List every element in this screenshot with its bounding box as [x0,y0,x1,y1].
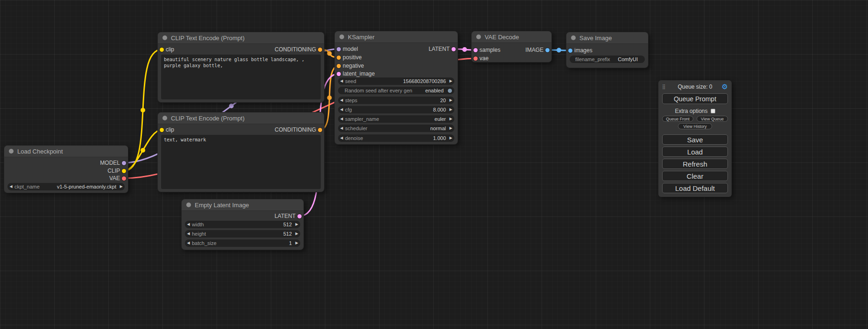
view-history-button[interactable]: View History [678,123,712,129]
node-title-bar[interactable]: VAE Decode [472,31,551,43]
increment-arrow-icon[interactable]: ▶ [293,239,300,247]
node-empty-latent-image[interactable]: Empty Latent Image LATENT ◀ width 512 ▶ … [181,199,304,250]
widget-name: width [192,222,204,227]
widget-batch-size[interactable]: ◀ batch_size 1 ▶ [185,239,300,247]
widget-width[interactable]: ◀ width 512 ▶ [185,221,300,228]
clear-button[interactable]: Clear [662,171,728,181]
node-title: KSampler [348,34,374,41]
collapse-dot-icon[interactable] [162,116,167,120]
collapse-dot-icon[interactable] [9,149,14,154]
widget-name: Random seed after every gen [345,88,412,93]
decrement-arrow-icon[interactable]: ◀ [338,77,345,85]
output-port-conditioning[interactable] [318,128,322,132]
output-port-vae[interactable] [122,176,126,181]
node-title: CLIP Text Encode (Prompt) [171,35,245,42]
decrement-arrow-icon[interactable]: ◀ [338,125,345,132]
widget-value: 1 [217,240,293,246]
input-port-negative[interactable] [337,64,341,68]
widget-steps[interactable]: ◀ steps 20 ▶ [338,97,454,104]
node-clip-text-encode-positive[interactable]: CLIP Text Encode (Prompt) clip CONDITION… [157,32,325,103]
input-slot-images: images [574,47,593,54]
toggle-knob-icon[interactable] [448,89,452,93]
widget-seed[interactable]: ◀ seed 156680208700286 ▶ [338,77,454,85]
node-title-bar[interactable]: CLIP Text Encode (Prompt) [158,112,324,124]
node-title-bar[interactable]: Save Image [566,32,648,44]
increment-arrow-icon[interactable]: ▶ [293,230,300,238]
widget-height[interactable]: ◀ height 512 ▶ [185,230,300,238]
node-clip-text-encode-negative[interactable]: CLIP Text Encode (Prompt) clip CONDITION… [157,112,325,192]
load-button[interactable]: Load [662,147,728,157]
node-title-bar[interactable]: CLIP Text Encode (Prompt) [158,32,324,44]
input-port-clip[interactable] [160,48,164,52]
increment-arrow-icon[interactable]: ▶ [447,106,454,113]
extra-options-label: Extra options [675,108,707,114]
widget-ckpt-name[interactable]: ◀ ckpt_name v1-5-pruned-emaonly.ckpt ▶ [7,183,125,190]
decrement-arrow-icon[interactable]: ◀ [338,97,345,104]
widget-value: enabled [412,88,445,93]
decrement-arrow-icon[interactable]: ◀ [338,115,345,123]
collapse-dot-icon[interactable] [339,35,344,39]
widget-name: steps [345,98,357,103]
prompt-textarea[interactable]: beautiful scenery nature glass bottle la… [161,55,321,99]
collapse-dot-icon[interactable] [162,35,167,40]
widget-name: height [192,231,206,237]
decrement-arrow-icon[interactable]: ◀ [185,221,192,228]
widget-denoise[interactable]: ◀ denoise 1.000 ▶ [338,134,454,142]
collapse-dot-icon[interactable] [571,35,576,40]
increment-arrow-icon[interactable]: ▶ [447,77,454,85]
input-port-positive[interactable] [337,56,341,60]
decrement-arrow-icon[interactable]: ◀ [185,230,192,238]
prompt-textarea[interactable]: text, watermark [161,135,321,189]
node-graph-canvas[interactable]: Load Checkpoint MODEL CLIP VAE ◀ ckpt_na… [0,0,868,329]
output-port-latent[interactable] [297,214,302,218]
node-vae-decode[interactable]: VAE Decode samples vae IMAGE [471,31,552,63]
settings-gear-icon[interactable]: ⚙ [722,83,728,91]
output-port-model[interactable] [122,161,126,165]
widget-random-seed-toggle[interactable]: Random seed after every gen enabled [338,87,454,94]
collapse-dot-icon[interactable] [186,203,191,207]
extra-options-checkbox[interactable] [711,109,715,113]
output-slot-clip: CLIP [107,167,120,175]
output-port-conditioning[interactable] [318,48,322,52]
queue-prompt-button[interactable]: Queue Prompt [662,93,728,104]
widget-sampler-name[interactable]: ◀ sampler_name euler ▶ [338,115,454,123]
increment-arrow-icon[interactable]: ▶ [293,221,300,228]
save-button[interactable]: Save [662,134,728,145]
decrement-arrow-icon[interactable]: ◀ [338,106,345,113]
decrement-arrow-icon[interactable]: ◀ [7,183,14,190]
decrement-arrow-icon[interactable]: ◀ [338,134,345,142]
increment-arrow-icon[interactable]: ▶ [447,115,454,123]
widget-cfg[interactable]: ◀ cfg 8.000 ▶ [338,106,454,113]
input-slot-clip: clip [166,126,174,133]
input-port-clip[interactable] [160,128,164,132]
input-port-samples[interactable] [473,48,478,52]
input-port-latent-image[interactable] [337,72,341,76]
output-port-clip[interactable] [122,169,126,173]
node-load-checkpoint[interactable]: Load Checkpoint MODEL CLIP VAE ◀ ckpt_na… [4,145,128,193]
input-port-images[interactable] [568,49,572,53]
node-title-bar[interactable]: Load Checkpoint [4,146,128,157]
input-slot-negative: negative [343,62,364,70]
node-title-bar[interactable]: Empty Latent Image [182,199,303,211]
decrement-arrow-icon[interactable]: ◀ [185,239,192,247]
widget-scheduler[interactable]: ◀ scheduler normal ▶ [338,125,454,132]
node-ksampler[interactable]: KSampler model positive negative latent_… [334,31,458,145]
increment-arrow-icon[interactable]: ▶ [447,125,454,132]
node-save-image[interactable]: Save Image images filename_prefix ComfyU… [566,32,649,68]
output-slot-vae: VAE [109,175,120,182]
view-queue-button[interactable]: View Queue [697,116,728,122]
increment-arrow-icon[interactable]: ▶ [447,134,454,142]
input-port-model[interactable] [337,47,341,51]
collapse-dot-icon[interactable] [476,35,481,39]
increment-arrow-icon[interactable]: ▶ [447,97,454,104]
output-port-latent[interactable] [452,47,456,51]
load-default-button[interactable]: Load Default [662,183,728,193]
refresh-button[interactable]: Refresh [662,159,728,169]
queue-front-button[interactable]: Queue Front [662,116,693,122]
widget-value: 8.000 [352,107,447,112]
increment-arrow-icon[interactable]: ▶ [118,183,125,190]
node-title-bar[interactable]: KSampler [335,31,458,43]
widget-filename-prefix[interactable]: filename_prefix ComfyUI [570,56,645,63]
output-port-image[interactable] [545,48,550,52]
input-port-vae[interactable] [473,56,478,61]
